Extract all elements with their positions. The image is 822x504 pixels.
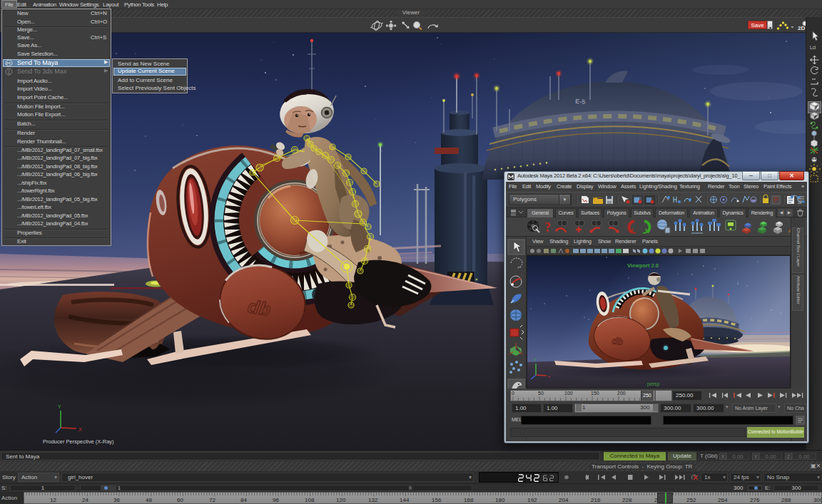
svg-text:Y: Y bbox=[58, 404, 61, 409]
svg-text:?: ? bbox=[544, 220, 551, 235]
svg-text:Lcl: Lcl bbox=[810, 45, 816, 50]
svg-text:E-5: E-5 bbox=[575, 98, 586, 106]
svg-text:X: X bbox=[78, 427, 82, 432]
svg-text:Producer Perspective (X-Ray): Producer Perspective (X-Ray) bbox=[43, 438, 114, 445]
svg-text:db: db bbox=[246, 295, 273, 320]
